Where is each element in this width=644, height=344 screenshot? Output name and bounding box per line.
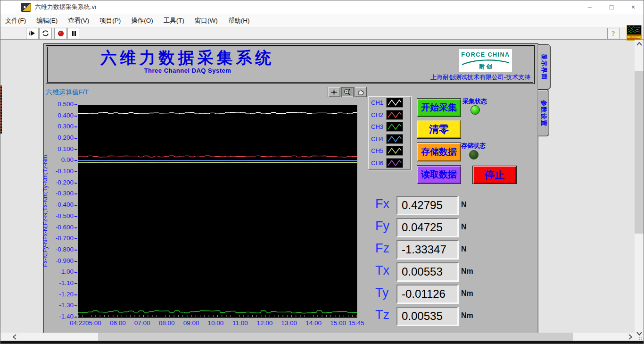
graph-palette [327,87,367,97]
crosshair-tool-icon [330,89,338,95]
pause-button[interactable] [67,28,80,39]
y-tick-label: 0.300 [41,123,74,130]
acquisition-status-led [471,105,480,115]
store-data-button[interactable]: 存储数据 [417,143,461,161]
tab-parameter-settings[interactable]: 参数设置 [538,90,549,136]
y-tick-mark [74,272,77,273]
y-tick-label: -0.100 [41,168,74,175]
y-tick-mark [74,227,77,228]
menu-item-5[interactable]: 操作(O) [126,17,158,25]
readout-value-tz[interactable]: 0.00535 [396,307,458,326]
y-tick-mark [74,317,77,318]
menu-item-2[interactable]: 编辑(E) [31,17,63,25]
readout-value-tx[interactable]: 0.00553 [396,262,458,281]
clear-zero-label: 清零 [429,123,449,136]
chevron-left-icon [13,334,17,340]
abort-button[interactable] [54,28,67,39]
legend-swatch-ch2 [386,110,403,120]
maximize-button[interactable]: □ [601,0,622,14]
menu-item-3[interactable]: 查看(V) [63,17,94,25]
tab-display-label: 显示界面 [540,54,548,80]
menu-item-4[interactable]: 项目(P) [94,17,126,25]
chart-series-ch2 [78,156,357,157]
vi-icon[interactable]: NC3HDAQ [627,25,642,41]
zoom-tool-button[interactable] [341,87,354,97]
x-tick-label: 09:00 [178,319,205,327]
clear-zero-button[interactable]: 清零 [417,120,461,139]
x-tick-label: 15:45 [343,319,370,327]
menu-item-7[interactable]: 窗口(W) [190,17,223,25]
x-tick-label: 11:00 [227,319,253,327]
y-tick-label: -1.30 [41,302,74,309]
y-tick-label: -0.900 [41,257,74,264]
app-icon [21,3,31,12]
scroll-down-button[interactable] [636,330,643,337]
stop-button[interactable]: 停止 [472,166,517,184]
window-title: 六维力数据采集系统.vi [35,3,96,11]
start-acquisition-label: 开始采集 [421,101,457,114]
y-tick-label: -0.400 [41,201,74,208]
legend-label-ch3: CH3 [371,123,383,130]
menu-item-8[interactable]: 帮助(H) [223,17,255,25]
vi-waveform-icon [627,25,641,34]
legend-label-ch5: CH5 [371,147,383,154]
readout-value-fx[interactable]: 0.42795 [396,196,458,215]
vertical-scrollbar-thumb[interactable] [635,71,644,234]
read-data-button[interactable]: 读取数据 [417,165,461,184]
header-center: 六维力数据采集系统 Three Channel DAQ System [46,49,329,74]
context-help-button[interactable]: ? [607,28,619,39]
readout-label-ty: Ty [375,285,389,300]
legend-row: CH4 [371,133,411,144]
run-continuous-button[interactable] [39,28,52,39]
y-tick-label: -0.200 [41,179,74,186]
pan-tool-button[interactable] [354,87,367,97]
chevron-up-icon [636,42,642,46]
waveform-chart-plot[interactable] [78,105,357,318]
x-tick-label: 08:00 [154,319,180,327]
acquisition-status-label: 采集状态 [462,97,487,106]
maximize-icon: □ [610,4,613,10]
legend-row: CH2 [371,109,411,120]
menu-item-1[interactable]: 文件(F) [0,17,31,25]
storage-status-label: 存储状态 [461,142,486,150]
plot-canvas [78,105,357,318]
help-icon: ? [611,30,615,38]
y-tick-mark [74,171,77,172]
run-button[interactable] [26,28,39,39]
cursor-tool-button[interactable] [328,87,340,97]
y-tick-mark [74,126,77,127]
close-button[interactable]: × [622,0,644,14]
window-bottom-edge [0,341,644,344]
readout-value-text: 0.42795 [397,197,457,214]
minimize-button[interactable]: – [579,0,601,14]
header-box: 六维力数据采集系统 Three Channel DAQ System FORCE… [46,45,535,84]
scroll-right-button[interactable] [627,334,634,340]
x-tick-label: 12:00 [251,319,278,327]
legend-label-ch4: CH4 [371,135,383,143]
legend-row: CH6 [371,157,411,168]
horizontal-scrollbar-thumb[interactable] [98,333,573,341]
readout-unit-fx: N [461,201,467,209]
title-bar: 六维力数据采集系统.vi – □ × [0,0,644,14]
labview-arrow-icon [23,5,28,9]
y-tick-mark [74,104,77,105]
close-icon: × [631,4,635,10]
toolbar-buttons [26,28,81,39]
y-tick-label: 0.100 [41,145,74,152]
readout-unit-fz: N [461,245,467,253]
readout-value-fz[interactable]: -1.33347 [396,240,458,259]
start-acquisition-button[interactable]: 开始采集 [417,98,461,117]
chart-series-ch3 [78,310,357,313]
y-tick-label: 0.400 [41,112,74,119]
scroll-left-button[interactable] [11,334,18,340]
store-data-label: 存储数据 [421,146,457,158]
readout-value-text: 0.00553 [397,263,457,280]
scroll-up-button[interactable] [636,41,643,47]
menu-item-6[interactable]: 工具(T) [158,17,190,25]
readout-label-tx: Tx [375,263,389,278]
readout-value-ty[interactable]: -0.01126 [396,285,458,303]
y-tick-label: -0.800 [41,246,74,253]
resize-grip[interactable] [638,337,642,341]
readout-value-fy[interactable]: 0.04725 [396,218,458,237]
tab-display-interface[interactable]: 显示界面 [538,44,551,90]
